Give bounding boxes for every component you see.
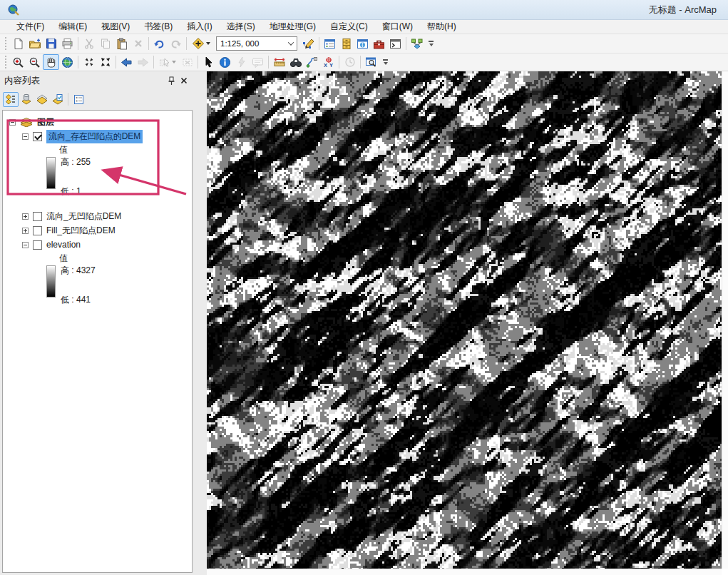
save-button[interactable] — [43, 36, 59, 51]
menu-help[interactable]: 帮助(H) — [421, 19, 463, 34]
copy-button[interactable] — [97, 36, 113, 51]
toc-options-button[interactable] — [71, 92, 86, 107]
go-forward-extent-button[interactable] — [135, 54, 151, 70]
menu-customize[interactable]: 自定义(C) — [324, 19, 374, 34]
clear-selection-icon — [182, 57, 193, 68]
select-features-button[interactable] — [156, 54, 179, 70]
add-data-button[interactable] — [189, 36, 213, 51]
html-popup-button[interactable] — [233, 54, 250, 70]
tree-node-layer[interactable]: Fill_无凹陷点DEM — [3, 223, 192, 238]
layer-name-flowdir-no-sinks[interactable]: 流向_无凹陷点DEM — [46, 210, 121, 223]
legend-heading-label: 值 — [59, 253, 68, 265]
delete-icon — [133, 39, 143, 49]
clear-selection-button[interactable] — [179, 54, 195, 70]
tools-toolbar-overflow-button[interactable] — [381, 54, 390, 70]
print-button[interactable] — [59, 36, 76, 51]
layer-visibility-checkbox[interactable] — [33, 212, 42, 221]
layer-name-elevation[interactable]: elevation — [46, 240, 81, 250]
layer-visibility-checkbox[interactable] — [33, 226, 42, 235]
list-by-source-button[interactable] — [19, 92, 34, 107]
go-to-xy-button[interactable]: X Y — [320, 54, 337, 70]
python-window-button[interactable] — [387, 36, 404, 51]
layer-name-fill-no-sinks[interactable]: Fill_无凹陷点DEM — [46, 225, 116, 237]
table-of-contents-window-button[interactable] — [322, 36, 338, 51]
fixed-zoom-out-button[interactable] — [97, 54, 113, 70]
add-data-icon — [192, 37, 205, 50]
menu-selection[interactable]: 选择(S) — [220, 19, 262, 34]
fixed-zoom-in-button[interactable] — [81, 54, 97, 70]
menu-file[interactable]: 文件(F) — [10, 19, 51, 34]
list-by-selection-button[interactable] — [50, 92, 66, 107]
measure-ruler-icon — [273, 56, 286, 68]
collapse-icon[interactable] — [22, 133, 29, 140]
tree-node-layer[interactable]: 流向_无凹陷点DEM — [3, 209, 192, 223]
zoom-in-button[interactable] — [10, 54, 26, 70]
layer-visibility-checkbox[interactable] — [33, 132, 42, 141]
layers-group-label[interactable]: 图层 — [37, 116, 54, 128]
open-folder-button[interactable] — [26, 36, 43, 51]
pan-button[interactable] — [43, 54, 59, 70]
layer-name-flowdir-with-sinks[interactable]: 流向_存在凹陷点的DEM — [46, 130, 143, 143]
delete-button[interactable] — [130, 36, 146, 51]
grayscale-ramp — [46, 157, 56, 189]
toolbar-separator — [78, 37, 78, 50]
measure-button[interactable] — [271, 54, 287, 70]
arctoolbox-button[interactable] — [371, 36, 387, 51]
catalog-window-button[interactable] — [338, 36, 354, 51]
search-window-button[interactable] — [354, 36, 371, 51]
identify-button[interactable] — [217, 54, 233, 70]
horizontal-scrollbar[interactable] — [207, 569, 722, 575]
menu-geoprocessing[interactable]: 地理处理(G) — [263, 19, 322, 34]
window-titlebar[interactable]: 无标题 - ArcMap — [0, 0, 728, 20]
close-icon — [180, 77, 188, 84]
toolbar-grip[interactable] — [4, 56, 8, 68]
collapse-icon[interactable] — [9, 119, 16, 126]
callout-button[interactable] — [250, 54, 266, 70]
tree-node-layer[interactable]: elevation — [3, 238, 192, 252]
tree-node-layers-group[interactable]: 图层 — [3, 115, 192, 129]
list-by-drawing-order-button[interactable] — [3, 92, 19, 107]
find-route-button[interactable] — [304, 54, 320, 70]
zoom-out-button[interactable] — [26, 54, 43, 70]
time-slider-button[interactable] — [342, 54, 358, 70]
menu-window[interactable]: 窗口(W) — [376, 19, 419, 34]
map-scale-dropdown-button[interactable] — [285, 37, 297, 50]
menu-bookmarks[interactable]: 书签(B) — [138, 19, 179, 34]
layer-visibility-checkbox[interactable] — [33, 240, 42, 250]
menu-view[interactable]: 视图(V) — [95, 19, 136, 34]
tree-node-layer[interactable]: 流向_存在凹陷点的DEM — [3, 129, 192, 143]
select-elements-button[interactable] — [200, 54, 217, 70]
toolbar-separator — [148, 37, 149, 50]
python-window-icon — [389, 39, 401, 49]
pin-button[interactable] — [165, 75, 178, 87]
close-panel-button[interactable] — [178, 75, 190, 87]
go-back-extent-button[interactable] — [118, 54, 135, 70]
paste-button[interactable] — [113, 36, 130, 51]
map-canvas[interactable] — [207, 71, 722, 569]
menu-insert[interactable]: 插入(I) — [180, 19, 218, 34]
viewer-window-button[interactable] — [363, 54, 379, 70]
new-document-button[interactable] — [10, 36, 26, 51]
select-features-dropdown-caret[interactable] — [172, 61, 176, 63]
modelbuilder-button[interactable] — [409, 36, 425, 51]
map-scale-combo[interactable]: 1:125, 000 — [216, 36, 297, 51]
undo-button[interactable] — [151, 36, 168, 51]
full-extent-button[interactable] — [59, 54, 76, 70]
toolbar-grip[interactable] — [4, 37, 8, 50]
expand-icon[interactable] — [22, 213, 29, 220]
list-by-visibility-button[interactable] — [34, 92, 50, 107]
cut-button[interactable] — [81, 36, 97, 51]
redo-button[interactable] — [168, 36, 184, 51]
map-scale-value[interactable]: 1:125, 000 — [217, 39, 285, 48]
editor-toolbar-button[interactable] — [300, 36, 317, 51]
map-view[interactable] — [207, 71, 728, 575]
find-button[interactable] — [287, 54, 304, 70]
expand-icon[interactable] — [22, 228, 29, 234]
add-data-dropdown-caret[interactable] — [206, 42, 210, 45]
toc-toolbar — [0, 90, 194, 108]
toolbar-separator — [78, 56, 78, 68]
collapse-icon[interactable] — [22, 242, 29, 248]
vertical-scrollbar[interactable] — [722, 71, 728, 569]
standard-toolbar-overflow-button[interactable] — [426, 36, 436, 51]
menu-edit[interactable]: 编辑(E) — [52, 19, 93, 34]
